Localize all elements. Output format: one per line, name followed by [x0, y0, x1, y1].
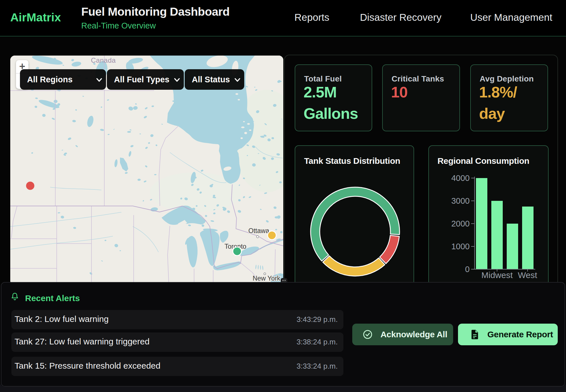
svg-text:Ottawa: Ottawa	[249, 227, 269, 234]
svg-text:2000: 2000	[451, 219, 470, 228]
svg-text:1000: 1000	[451, 242, 470, 251]
svg-text:3000: 3000	[451, 196, 470, 205]
svg-text:0: 0	[465, 265, 470, 274]
svg-text:4000: 4000	[451, 173, 470, 183]
svg-text:West: West	[518, 270, 537, 280]
svg-text:New York: New York	[253, 275, 280, 282]
svg-text:Canada: Canada	[91, 56, 116, 64]
svg-text:Midwest: Midwest	[481, 270, 513, 280]
